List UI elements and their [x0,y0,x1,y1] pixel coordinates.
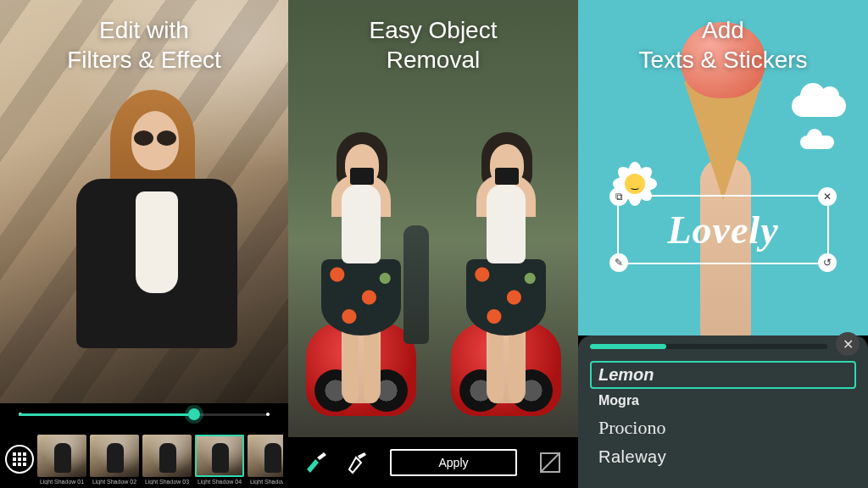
headline-filters: Edit with Filters & Effect [0,15,288,75]
delete-handle-icon[interactable]: ✕ [818,187,837,206]
filter-thumb[interactable]: Light Shadow 05 [248,435,283,485]
intensity-slider[interactable] [19,408,270,420]
svg-rect-6 [13,463,16,466]
font-option-label: Mogra [598,393,639,408]
compare-icon[interactable] [534,448,566,477]
duplicate-handle-icon[interactable]: ⧉ [609,187,628,206]
slider-thumb[interactable] [188,408,200,420]
filter-thumb[interactable]: Light Shadow 02 [90,435,139,485]
lasso-tool-icon[interactable] [341,448,373,477]
filter-thumb[interactable]: Light Shadow 01 [37,435,86,485]
font-option-label: Raleway [598,447,666,466]
panel-object-removal: Easy Object Removal Apply [288,0,578,488]
panel-text-stickers: ‿ Lovely ⧉ ✕ ✎ ↺ Add Texts & Stickers ✕ … [578,0,868,488]
cone-graphic [684,81,762,200]
rotate-handle-icon[interactable]: ↺ [818,253,837,272]
filter-bottom-bar: Light Shadow 01 Light Shadow 02 Light Sh… [0,429,288,488]
headline-removal: Easy Object Removal [288,15,578,75]
svg-rect-8 [23,463,26,466]
font-option-label: Prociono [598,417,665,438]
apply-button-label: Apply [438,456,468,469]
font-option[interactable]: Raleway [590,443,856,471]
font-picker-panel: ✕ Lemon Mogra Prociono Raleway [578,336,868,488]
slider-fill [19,413,194,416]
filter-thumb[interactable]: Light Shadow 04 [195,435,244,485]
svg-rect-1 [18,452,21,456]
filter-grid-icon[interactable] [5,445,34,474]
svg-rect-2 [23,452,26,456]
panel-filters: Edit with Filters & Effect Light Shadow … [0,0,288,488]
text-content[interactable]: Lovely [619,197,827,263]
apply-button[interactable]: Apply [390,449,517,476]
cloud-sticker[interactable] [792,95,846,117]
font-option[interactable]: Lemon [590,361,856,389]
filter-thumb-label: Light Shadow 05 [248,479,283,485]
filter-thumbnail-strip: Light Shadow 01 Light Shadow 02 Light Sh… [37,435,283,485]
edit-handle-icon[interactable]: ✎ [609,253,628,272]
font-option[interactable]: Mogra [590,389,856,413]
filter-thumb-label: Light Shadow 03 [142,479,192,485]
font-list: Lemon Mogra Prociono Raleway [590,361,856,481]
text-edit-frame[interactable]: Lovely ⧉ ✕ ✎ ↺ [617,195,829,264]
brush-tool-icon[interactable] [300,448,332,477]
tab-indicator-track[interactable] [590,344,827,349]
svg-rect-4 [18,458,21,461]
svg-rect-0 [13,452,16,456]
svg-rect-3 [13,458,16,461]
subject-figure [8,64,280,403]
filter-thumb-label: Light Shadow 04 [195,479,244,485]
cloud-sticker[interactable] [800,136,834,149]
filter-thumb[interactable]: Light Shadow 03 [142,435,192,485]
tab-indicator [590,344,666,349]
removal-toolbar: Apply [288,437,578,488]
svg-rect-7 [18,463,21,466]
headline-text: Add Texts & Stickers [578,15,868,75]
font-option[interactable]: Prociono [590,413,856,443]
filter-thumb-label: Light Shadow 01 [37,479,86,485]
filter-thumb-label: Light Shadow 02 [90,479,139,485]
svg-rect-5 [23,458,26,461]
close-icon[interactable]: ✕ [836,332,860,356]
removed-object [403,225,429,344]
font-option-label: Lemon [598,365,654,384]
